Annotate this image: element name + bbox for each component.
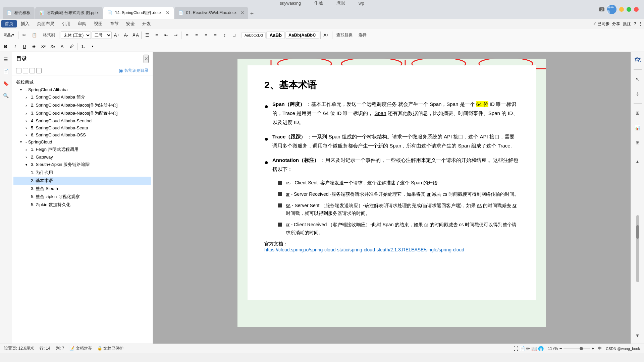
new-style-btn[interactable]: A+ bbox=[322, 31, 331, 39]
font-increase-btn[interactable]: A+ bbox=[112, 31, 121, 39]
border-btn[interactable]: □ bbox=[230, 31, 238, 39]
grid-icon[interactable]: ⊞ bbox=[632, 108, 643, 118]
checkbox-3[interactable] bbox=[30, 68, 35, 73]
menu-insert[interactable]: 插入 bbox=[17, 20, 33, 27]
checkbox-4[interactable] bbox=[36, 68, 42, 73]
font-decrease-btn[interactable]: A- bbox=[122, 31, 130, 39]
toc-alibaba-2[interactable]: › 2. SpringCloud Alibaba-Nacos[作为注册中心] bbox=[13, 101, 151, 109]
bold-btn[interactable]: B bbox=[1, 43, 10, 51]
line-spacing-btn[interactable]: ↕ bbox=[220, 31, 229, 39]
checkbox-2[interactable] bbox=[23, 68, 28, 73]
menu-home[interactable]: 首页 bbox=[1, 20, 17, 27]
align-left-btn[interactable]: ≡ bbox=[183, 31, 192, 39]
toc-root[interactable]: 谷粒商城 bbox=[13, 78, 151, 86]
bullet-btn[interactable]: • bbox=[88, 43, 97, 51]
tab-springcloud[interactable]: 📄 14. SpringCloud组件.docx ✕ bbox=[103, 7, 174, 19]
map-icon[interactable]: 🗺 bbox=[632, 55, 643, 65]
toc-alibaba-6[interactable]: › 6. SpringCloud Alibaba-OSS bbox=[13, 131, 151, 138]
indent-increase-btn[interactable]: ⇥ bbox=[171, 31, 180, 39]
menu-layout[interactable]: 页面布局 bbox=[34, 20, 58, 27]
view-web[interactable]: 🌐 bbox=[538, 346, 544, 351]
tab-pptx[interactable]: 📊 谷粒商城-分布式高级-图.pptx bbox=[35, 7, 103, 19]
paste-btn[interactable]: 粘贴▾ bbox=[1, 32, 17, 39]
menu-review[interactable]: 审阅 bbox=[74, 20, 90, 27]
select-btn[interactable]: 选择 bbox=[356, 32, 369, 39]
checkbox-1[interactable] bbox=[16, 68, 21, 73]
scroll-up-icon[interactable]: ▲ bbox=[632, 156, 643, 167]
tab-daoke[interactable]: 📄 稻壳模板 bbox=[3, 7, 35, 19]
zoom-slider[interactable] bbox=[564, 348, 590, 349]
toc-alibaba-4[interactable]: › 4. SpringCloud Alibaba-Sentinel bbox=[13, 117, 151, 124]
italic-btn[interactable]: I bbox=[11, 43, 19, 51]
view-edit[interactable]: ✏ bbox=[526, 346, 530, 351]
style-heading1[interactable]: AaBb bbox=[266, 32, 285, 39]
tab-close-reactive[interactable]: ✕ bbox=[240, 10, 245, 15]
toc-alibaba-group[interactable]: ▾ - SpringCloud Alibaba bbox=[13, 86, 151, 93]
scroll-thumb[interactable] bbox=[636, 225, 639, 239]
menu-dev[interactable]: 开发 bbox=[139, 20, 154, 27]
apps-icon[interactable]: ⊞ bbox=[632, 137, 643, 148]
indent-decrease-btn[interactable]: ⇤ bbox=[162, 31, 170, 39]
tab-close-springcloud[interactable]: ✕ bbox=[166, 10, 170, 15]
scroll-down-icon[interactable]: ▼ bbox=[632, 330, 643, 341]
menu-view[interactable]: 视图 bbox=[91, 20, 106, 27]
ai-recognize-btn[interactable]: ◉ 智能识别目录 bbox=[118, 67, 149, 74]
share-btn[interactable]: 分享 bbox=[612, 21, 620, 27]
menu-reference[interactable]: 引用 bbox=[58, 20, 74, 27]
toc-alibaba-3[interactable]: › 3. SpringCloud Alibaba-Nacos[作为配置中心] bbox=[13, 109, 151, 117]
new-tab-button[interactable]: + bbox=[249, 9, 255, 19]
more-btn[interactable]: ⋮ bbox=[639, 21, 643, 26]
search-left-icon[interactable]: 🔍 bbox=[1, 91, 11, 100]
underline-btn[interactable]: U bbox=[20, 43, 29, 51]
find-replace-btn[interactable]: 查找替换 bbox=[334, 32, 355, 39]
superscript-btn[interactable]: X² bbox=[39, 43, 48, 51]
font-color-btn[interactable]: A bbox=[58, 43, 66, 51]
tab-reactive[interactable]: 📄 01. Reactive&WebFlux.docx ✕ bbox=[174, 7, 248, 19]
toc-zipkin-persist[interactable]: 5. Zipkin 数据持久化 bbox=[13, 201, 151, 209]
view-fullscreen[interactable]: ⛶ bbox=[514, 346, 518, 351]
select-tool-icon[interactable]: ⊹ bbox=[632, 88, 643, 99]
font-size-select[interactable]: 三号 bbox=[92, 32, 112, 39]
toc-zipkin[interactable]: 5. 整合 zipkin 可视化观察 bbox=[13, 193, 151, 201]
chart-icon[interactable]: 📊 bbox=[632, 122, 643, 133]
zoom-out-btn[interactable]: − bbox=[559, 346, 562, 351]
cut-btn[interactable]: ✂ bbox=[20, 32, 29, 38]
align-justify-btn[interactable]: ≡ bbox=[211, 31, 220, 39]
copy-btn[interactable]: 📋 bbox=[29, 32, 40, 38]
sidebar-close-btn[interactable]: × bbox=[144, 55, 149, 63]
toc-alibaba-5[interactable]: › 5. SpringCloud Alibaba-Seata bbox=[13, 124, 151, 131]
toc-sleuth[interactable]: ▾ 3. Sleuth+Zipkin 服务链路追踪 bbox=[13, 161, 151, 169]
bookmark-icon[interactable]: 🔖 bbox=[1, 79, 11, 88]
menu-security[interactable]: 安全 bbox=[123, 20, 138, 27]
view-read[interactable]: 📖 bbox=[531, 346, 537, 351]
highlight-btn[interactable]: 🖊 bbox=[67, 43, 76, 51]
toc-why[interactable]: 1. 为什么用 bbox=[13, 169, 151, 177]
menu-chapter[interactable]: 章节 bbox=[107, 20, 122, 27]
window-minimize[interactable] bbox=[619, 7, 624, 12]
toc-alibaba-1[interactable]: › 1. SpringCloud Alibaba 简介 bbox=[13, 93, 151, 101]
official-link[interactable]: https://cloud.spring.io/spring-cloud-sta… bbox=[264, 247, 464, 252]
cursor-icon[interactable]: ↖ bbox=[632, 74, 643, 84]
clear-format-btn[interactable]: ✗A bbox=[131, 31, 140, 39]
subscript-btn[interactable]: X₂ bbox=[48, 43, 57, 51]
numbering-btn[interactable]: 1. bbox=[79, 43, 88, 51]
zoom-in-btn[interactable]: + bbox=[592, 346, 594, 351]
view-page[interactable]: 📄 bbox=[519, 346, 525, 351]
font-name-select[interactable]: 未体 (正文) bbox=[61, 32, 91, 39]
comment-btn[interactable]: 批注 bbox=[623, 21, 631, 27]
numbered-list-btn[interactable]: ≡ bbox=[152, 31, 161, 39]
toc-springcloud-group[interactable]: ▾ - SpringCloud bbox=[13, 138, 151, 145]
toc-feign[interactable]: › 1. Feign 声明式远程调用 bbox=[13, 145, 151, 154]
toc-gateway[interactable]: › 2. Gateway bbox=[13, 154, 151, 161]
style-normal[interactable]: AaBbCcDd bbox=[241, 32, 266, 38]
window-close[interactable] bbox=[634, 7, 639, 12]
bullet-list-btn[interactable]: ☰ bbox=[143, 31, 152, 39]
format-btn[interactable]: 格式刷 bbox=[40, 32, 58, 39]
pages-icon[interactable]: 📄 bbox=[1, 67, 11, 76]
toc-terms[interactable]: 2. 基本术语 bbox=[13, 177, 151, 185]
toc-sleuth-int[interactable]: 3. 整合 Sleuth bbox=[13, 185, 151, 193]
window-maximize[interactable] bbox=[627, 7, 631, 12]
help-btn[interactable]: ? bbox=[634, 21, 636, 26]
style-heading2[interactable]: AaBb(AaBbC bbox=[285, 32, 319, 39]
align-right-btn[interactable]: ≡ bbox=[202, 31, 210, 39]
